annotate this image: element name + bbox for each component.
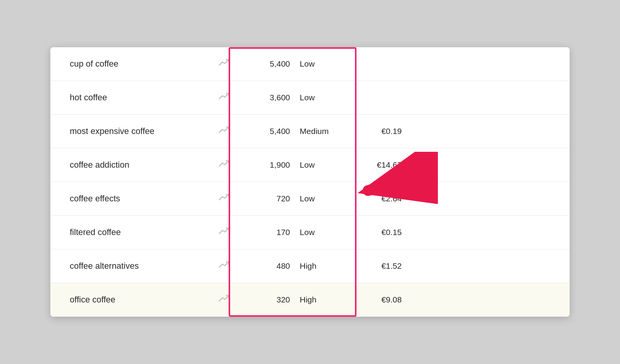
keyword-cell: coffee addiction (50, 148, 202, 182)
trend-cell (202, 182, 246, 216)
competition-cell: Medium (294, 115, 350, 148)
trend-cell (202, 148, 246, 182)
table-wrapper: cup of coffee 5,400 Low hot coffee 3,600 (50, 47, 570, 317)
cpc-cell: €0.19 (350, 115, 425, 148)
annotation-cell (425, 115, 570, 148)
trend-icon (219, 161, 229, 170)
cpc-cell: €2.64 (350, 182, 425, 216)
annotation-cell (425, 148, 570, 182)
keyword-cell: hot coffee (50, 81, 202, 115)
table-row: coffee alternatives 480 High €1.52 (50, 249, 570, 283)
competition-cell: Low (294, 216, 350, 249)
trend-icon (219, 194, 229, 204)
volume-cell: 1,900 (246, 148, 294, 182)
cpc-cell: €0.15 (350, 216, 425, 249)
cpc-cell: €9.08 (350, 283, 425, 317)
cpc-cell: €1.52 (350, 249, 425, 283)
competition-cell: Low (294, 182, 350, 216)
table-row: cup of coffee 5,400 Low (50, 47, 570, 81)
main-card: cup of coffee 5,400 Low hot coffee 3,600 (50, 47, 570, 317)
competition-cell: Low (294, 47, 350, 81)
table-row: coffee addiction 1,900 Low €14.67 (50, 148, 570, 182)
keywords-table: cup of coffee 5,400 Low hot coffee 3,600 (50, 47, 570, 317)
keyword-cell: coffee effects (50, 182, 202, 216)
competition-cell: Low (294, 81, 350, 115)
table-row: most expensive coffee 5,400 Medium €0.19 (50, 115, 570, 148)
annotation-cell (425, 249, 570, 283)
trend-icon (219, 262, 229, 271)
competition-cell: High (294, 283, 350, 317)
trend-icon (219, 93, 229, 103)
volume-cell: 720 (246, 182, 294, 216)
trend-icon (219, 228, 229, 238)
annotation-cell (425, 81, 570, 115)
competition-cell: High (294, 249, 350, 283)
volume-cell: 320 (246, 283, 294, 317)
table-row: hot coffee 3,600 Low (50, 81, 570, 115)
volume-cell: 3,600 (246, 81, 294, 115)
keyword-cell: filtered coffee (50, 216, 202, 249)
table-row: filtered coffee 170 Low €0.15 (50, 216, 570, 249)
trend-cell (202, 249, 246, 283)
keyword-cell: cup of coffee (50, 47, 202, 81)
annotation-cell (425, 216, 570, 249)
keyword-cell: coffee alternatives (50, 249, 202, 283)
cpc-cell: €14.67 (350, 148, 425, 182)
trend-cell (202, 81, 246, 115)
volume-cell: 5,400 (246, 115, 294, 148)
volume-cell: 480 (246, 249, 294, 283)
competition-cell: Low (294, 148, 350, 182)
trend-cell (202, 283, 246, 317)
trend-icon (219, 60, 229, 69)
cpc-cell (350, 47, 425, 81)
table-row: office coffee 320 High €9.08 (50, 283, 570, 317)
trend-cell (202, 47, 246, 81)
annotation-cell (425, 47, 570, 81)
volume-cell: 170 (246, 216, 294, 249)
trend-icon (219, 295, 229, 305)
table-row: coffee effects 720 Low €2.64 (50, 182, 570, 216)
volume-cell: 5,400 (246, 47, 294, 81)
trend-cell (202, 216, 246, 249)
annotation-cell (425, 283, 570, 317)
keyword-cell: office coffee (50, 283, 202, 317)
annotation-cell (425, 182, 570, 216)
trend-cell (202, 115, 246, 148)
trend-icon (219, 127, 229, 137)
keyword-cell: most expensive coffee (50, 115, 202, 148)
cpc-cell (350, 81, 425, 115)
